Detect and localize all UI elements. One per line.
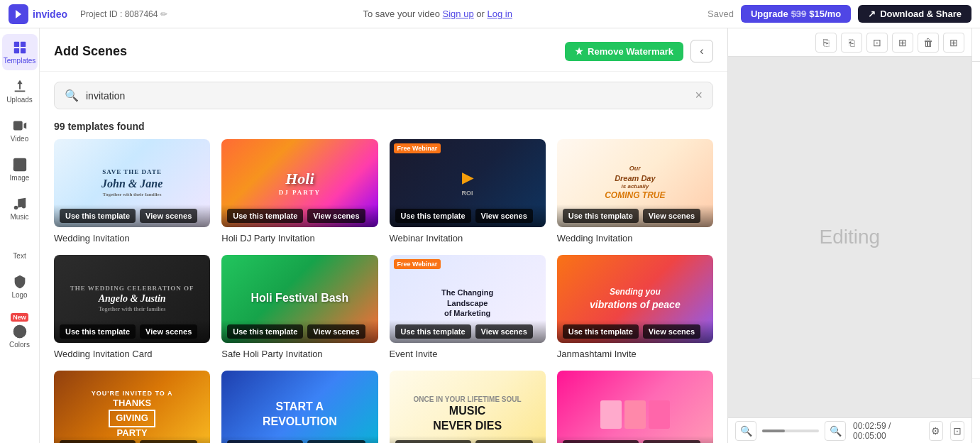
fullscreen-icon[interactable]: ⊡: [950, 421, 964, 441]
card-overlay: Use this template View scenes: [221, 320, 378, 343]
main-area: Templates Uploads Video Image Music Text…: [0, 28, 980, 443]
template-card: Sending you vibrations of peace Use this…: [557, 255, 713, 359]
view-scenes-button[interactable]: View scenes: [475, 209, 533, 223]
template-thumbnail[interactable]: Holi DJ PARTY Use this template View sce…: [221, 139, 378, 227]
remove-watermark-button[interactable]: ★ Remove Watermark: [565, 42, 683, 61]
use-template-button[interactable]: Use this template: [563, 324, 639, 339]
colors-notification: ✦ Colors feature has now moved to the Le…: [972, 378, 980, 443]
search-icon: 🔍: [65, 89, 79, 102]
settings-icon[interactable]: ⚙: [929, 421, 943, 441]
login-link[interactable]: Log in: [487, 9, 512, 19]
use-template-button[interactable]: Use this template: [60, 324, 136, 339]
template-name: Wedding Invitation: [557, 233, 713, 244]
results-count: 99 templates found: [40, 116, 727, 139]
project-id: Project ID : 8087464 ✏: [80, 9, 167, 19]
use-template-button[interactable]: Use this template: [395, 324, 471, 339]
resize-icon[interactable]: ⊞: [892, 33, 913, 53]
view-scenes-button[interactable]: View scenes: [475, 324, 533, 339]
template-thumbnail[interactable]: Sending you vibrations of peace Use this…: [557, 255, 713, 343]
template-card: START A REVOLUTION Use this template Vie…: [221, 371, 378, 443]
sidebar-item-colors[interactable]: New Colors: [2, 307, 38, 354]
view-scenes-button[interactable]: View scenes: [307, 324, 365, 339]
sidebar-item-image[interactable]: Image: [2, 151, 38, 187]
upgrade-button[interactable]: Upgrade $39 $15/mo: [741, 5, 851, 23]
template-thumbnail[interactable]: YOU'RE INVITED TO A THANKS GIVING PARTY …: [54, 371, 210, 443]
paste-icon[interactable]: ⎗: [841, 33, 862, 53]
view-scenes-button[interactable]: View scenes: [140, 209, 197, 223]
template-name: Wedding Invitation Card: [54, 349, 210, 359]
sidebar-label-colors: Colors: [9, 341, 30, 349]
template-thumbnail[interactable]: THE WEDDING CELEBRATION OF Angelo & Just…: [54, 255, 210, 343]
canvas-main: Editing: [728, 57, 971, 417]
svg-marker-7: [23, 122, 26, 128]
use-template-button[interactable]: Use this template: [60, 440, 136, 443]
use-template-button[interactable]: Use this template: [227, 440, 303, 443]
topbar: invideo Project ID : 8087464 ✏ To save y…: [0, 0, 980, 28]
crop-icon[interactable]: ⊡: [866, 33, 888, 53]
view-scenes-button[interactable]: View scenes: [475, 440, 533, 443]
view-scenes-button[interactable]: View scenes: [643, 440, 700, 443]
upgrade-new-price: $15/mo: [809, 9, 841, 19]
zoom-slider[interactable]: [762, 430, 819, 432]
sidebar-item-uploads[interactable]: Uploads: [2, 73, 38, 109]
use-template-button[interactable]: Use this template: [563, 209, 639, 223]
collapse-panel-button[interactable]: ‹: [690, 40, 713, 62]
edit-icon[interactable]: ✏: [160, 9, 167, 19]
use-template-button[interactable]: Use this template: [227, 209, 303, 223]
save-notice: To save your video Sign up or Log in: [175, 9, 700, 19]
signup-link[interactable]: Sign up: [443, 9, 474, 19]
view-scenes-button[interactable]: View scenes: [140, 324, 197, 339]
new-badge: New: [11, 313, 28, 322]
card-preview-text: YOU'RE INVITED TO A THANKS GIVING PARTY: [54, 371, 210, 443]
template-thumbnail[interactable]: START A REVOLUTION Use this template Vie…: [221, 371, 378, 443]
download-share-button[interactable]: ↗ Download & Share: [858, 5, 971, 23]
zoom-out-icon[interactable]: 🔍: [735, 421, 756, 441]
grid-icon[interactable]: ⊞: [943, 33, 964, 53]
svg-rect-2: [20, 42, 25, 47]
template-card: ONCE IN YOUR LIFETIME SOUL MUSIC NEVER D…: [390, 371, 546, 443]
view-scenes-button[interactable]: View scenes: [643, 209, 700, 223]
use-template-button[interactable]: Use this template: [563, 440, 639, 443]
template-thumbnail[interactable]: SAVE THE DATE John & Jane Together with …: [54, 139, 210, 227]
svg-rect-6: [13, 121, 22, 131]
template-card: Free Webinar ▶ ROI Use this template Vie…: [390, 139, 546, 244]
template-thumbnail[interactable]: Our Dream Day is actually COMING TRUE Us…: [557, 139, 713, 227]
svg-rect-5: [14, 91, 25, 92]
svg-rect-3: [13, 48, 18, 53]
template-thumbnail[interactable]: Free Webinar The Changing Landscape of M…: [390, 255, 546, 343]
sidebar-label-music: Music: [10, 213, 28, 221]
sidebar-label-templates: Templates: [4, 57, 36, 65]
use-template-button[interactable]: Use this template: [227, 324, 303, 339]
use-template-button[interactable]: Use this template: [60, 209, 136, 223]
copy-icon[interactable]: ⎘: [815, 33, 837, 53]
template-thumbnail[interactable]: Free Webinar ▶ ROI Use this template Vie…: [390, 139, 546, 227]
sidebar-item-logo[interactable]: Logo: [2, 268, 38, 305]
clear-search-icon[interactable]: ×: [695, 88, 703, 103]
logo-icon: [9, 4, 28, 24]
card-overlay: Use this template View scenes: [557, 204, 713, 227]
sidebar-item-video[interactable]: Video: [2, 112, 38, 148]
sidebar-item-music[interactable]: Music: [2, 190, 38, 226]
view-scenes-button[interactable]: View scenes: [307, 209, 365, 223]
card-preview-text: [557, 371, 713, 443]
template-name: Wedding Invitation: [54, 233, 210, 244]
search-input[interactable]: [86, 90, 688, 102]
zoom-in-icon[interactable]: 🔍: [825, 421, 846, 441]
layers-panel: ‹ Layers ✦ Colors feature has now moved …: [971, 28, 980, 443]
view-scenes-button[interactable]: View scenes: [643, 324, 700, 339]
sidebar-item-text[interactable]: Text: [2, 229, 38, 266]
view-scenes-button[interactable]: View scenes: [307, 440, 365, 443]
template-thumbnail[interactable]: ONCE IN YOUR LIFETIME SOUL MUSIC NEVER D…: [390, 371, 546, 443]
view-scenes-button[interactable]: View scenes: [140, 440, 197, 443]
template-card: Our Dream Day is actually COMING TRUE Us…: [557, 139, 713, 244]
saved-badge: Saved: [708, 9, 734, 19]
sidebar-item-templates[interactable]: Templates: [2, 34, 38, 70]
template-card: YOU'RE INVITED TO A THANKS GIVING PARTY …: [54, 371, 210, 443]
use-template-button[interactable]: Use this template: [395, 209, 471, 223]
template-thumbnail[interactable]: Holi Festival Bash Use this template Vie…: [221, 255, 378, 343]
download-icon: ↗: [868, 9, 876, 19]
template-thumbnail[interactable]: Use this template View scenes: [557, 371, 713, 443]
use-template-button[interactable]: Use this template: [395, 440, 471, 443]
add-scenes-panel: Add Scenes ★ Remove Watermark ‹ 🔍 × 99 t…: [40, 28, 728, 443]
delete-icon[interactable]: 🗑: [918, 33, 939, 53]
